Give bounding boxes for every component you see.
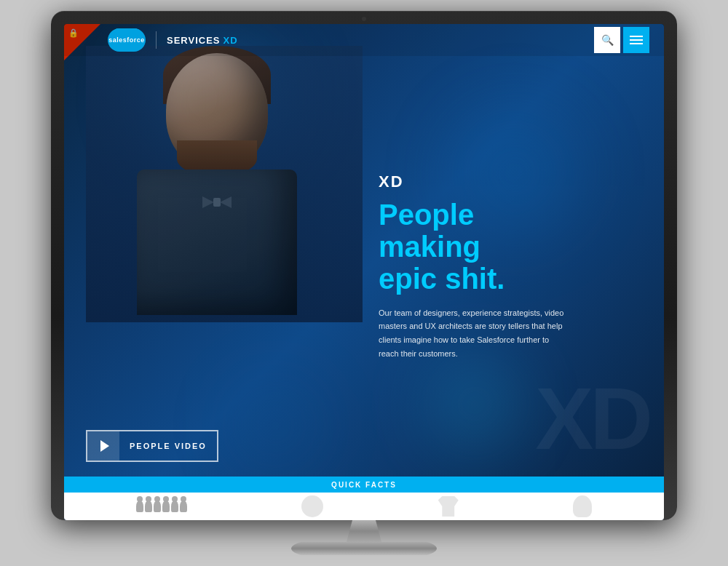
nav-services-label: SERVICES	[167, 35, 221, 46]
hamburger-icon	[630, 36, 643, 44]
play-btn	[87, 431, 119, 461]
salesforce-logo: salesforce	[108, 28, 146, 52]
play-triangle-icon	[100, 440, 109, 452]
monitor-base	[291, 542, 437, 555]
headline: People making epic shit.	[379, 199, 642, 295]
monitor-frame: XD 🔒	[51, 11, 677, 555]
menu-button[interactable]	[623, 27, 649, 53]
single-person-icon	[573, 495, 592, 517]
sf-logo-text: salesforce	[108, 36, 145, 44]
screen-bezel: XD 🔒	[64, 24, 664, 520]
person-icon-5	[171, 501, 178, 512]
nav-xd-label: XD	[223, 35, 238, 46]
nav-divider	[156, 31, 157, 49]
video-button[interactable]: PEOPLE VIDEO	[86, 430, 218, 462]
nav-bar: salesforce SERVICES XD 🔍	[64, 24, 664, 56]
xd-badge: XD	[379, 172, 642, 191]
headline-line3: epic shit.	[379, 263, 505, 295]
person-icon-6	[180, 501, 187, 512]
headline-line1: People	[379, 199, 474, 231]
quick-facts-label: QUICK FACTS	[331, 481, 397, 489]
right-panel: XD People making epic shit. Our team of …	[364, 56, 664, 477]
fact-person-circle	[301, 495, 323, 517]
main-content: PEOPLE VIDEO XD People making epic shit.…	[64, 56, 664, 477]
quick-facts-bar: QUICK FACTS	[64, 477, 664, 520]
monitor-stand-neck	[335, 520, 393, 542]
quick-facts-header: QUICK FACTS	[64, 477, 664, 493]
camera	[362, 17, 366, 21]
fact-person-4	[573, 495, 592, 517]
sf-cloud: salesforce	[108, 28, 146, 52]
screen: XD 🔒	[64, 24, 664, 520]
monitor-outer: XD 🔒	[51, 11, 677, 520]
person-icon-1	[136, 501, 143, 512]
person-circle-icon	[301, 495, 323, 517]
person-icon-2	[145, 501, 152, 512]
fact-tool	[438, 496, 459, 517]
search-button[interactable]: 🔍	[594, 27, 620, 53]
fact-people-group	[136, 501, 187, 512]
video-button-label: PEOPLE VIDEO	[119, 442, 217, 450]
tool-icon	[438, 496, 459, 517]
person-icon-4	[162, 501, 170, 512]
headline-line2: making	[379, 231, 480, 263]
search-icon: 🔍	[601, 34, 614, 46]
left-panel: PEOPLE VIDEO	[64, 56, 364, 477]
person-icon-3	[154, 501, 161, 512]
body-text: Our team of designers, experience strate…	[379, 306, 568, 361]
quick-facts-content	[64, 493, 664, 520]
people-group-icon	[136, 501, 187, 512]
